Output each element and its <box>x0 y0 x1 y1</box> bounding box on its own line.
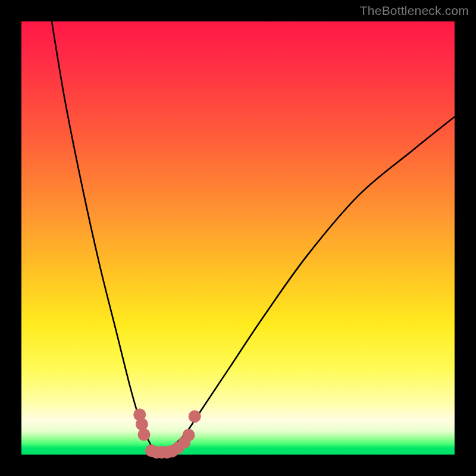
highlight-dot <box>138 428 151 441</box>
bottleneck-curve <box>52 21 455 455</box>
highlight-dot <box>136 418 148 431</box>
chart-frame: TheBottleneck.com <box>0 0 476 476</box>
watermark-text: TheBottleneck.com <box>360 4 469 18</box>
plot-area <box>21 21 455 455</box>
highlight-dot <box>189 410 201 422</box>
highlight-dots <box>133 409 201 459</box>
curve-layer <box>21 21 455 455</box>
highlight-dot <box>183 429 195 441</box>
